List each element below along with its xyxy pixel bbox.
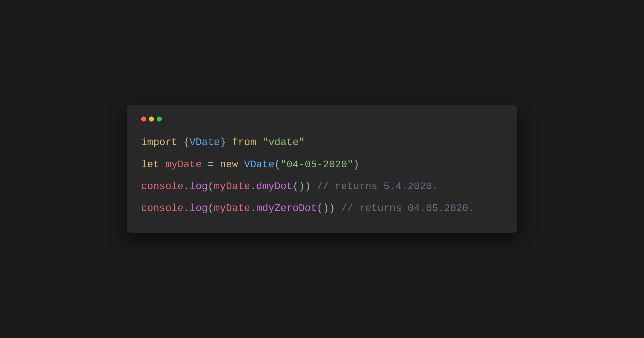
var-mydate-4: myDate [214,203,250,214]
console-4: console [141,203,183,214]
operator-eq: = [202,159,220,170]
call-parens-4: () [317,203,329,214]
dot-4b: . [250,203,256,214]
var-mydate-3: myDate [214,181,250,192]
paren-close-3: ) [305,181,311,192]
call-parens-3: () [293,181,305,192]
code-line-3: console.log(myDate.dmyDot()) // returns … [141,180,503,194]
string-vdate: "vdate" [262,137,305,148]
var-mydate: myDate [159,159,202,170]
code-line-2: let myDate = new VDate("04-05-2020") [141,158,503,172]
keyword-from: from [232,137,256,148]
string-date: "04-05-2020" [280,159,353,170]
code-line-4: console.log(myDate.mdyZeroDot()) // retu… [141,202,503,216]
method-dmydot: dmyDot [256,181,293,192]
code-block: import {VDate} from "vdate" let myDate =… [141,136,503,216]
class-vdate-2: VDate [238,159,275,170]
space-1 [256,137,263,148]
keyword-import: import [141,137,178,148]
space-3 [311,181,317,192]
close-brace: } [220,137,232,148]
close-button[interactable] [141,117,146,122]
paren-open-2: ( [274,159,280,170]
space-4 [335,203,341,214]
paren-open-3: ( [208,181,214,192]
class-vdate-1: VDate [190,137,220,148]
minimize-button[interactable] [149,117,154,122]
dot-4a: . [183,203,190,214]
method-mdyzerodot: mdyZeroDot [256,203,317,214]
dot-3a: . [183,181,190,192]
code-window: import {VDate} from "vdate" let myDate =… [127,105,517,233]
method-log-4: log [190,203,208,214]
keyword-let: let [141,159,159,170]
code-line-1: import {VDate} from "vdate" [141,136,503,150]
console-3: console [141,181,183,192]
window-titlebar [141,117,503,122]
comment-4: // returns 04.05.2020. [341,203,474,214]
dot-3b: . [250,181,256,192]
maximize-button[interactable] [157,117,162,122]
paren-close-4: ) [329,203,335,214]
open-brace: { [178,137,190,148]
comment-3: // returns 5.4.2020. [317,181,438,192]
paren-open-4: ( [208,203,214,214]
paren-close-2: ) [353,159,359,170]
keyword-new: new [220,159,238,170]
method-log-3: log [190,181,208,192]
